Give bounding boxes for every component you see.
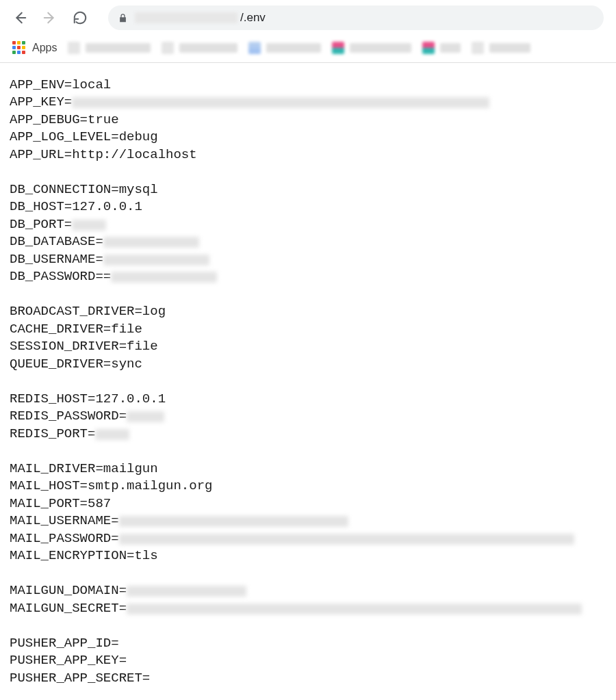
env-value: tls (134, 547, 157, 565)
env-value-redacted (127, 411, 164, 422)
env-value-redacted (111, 272, 217, 283)
blank-line (10, 286, 606, 304)
env-value: file (127, 338, 158, 356)
apps-grid-icon (12, 41, 25, 54)
forward-button[interactable] (42, 10, 57, 25)
env-key: DB_DATABASE= (10, 233, 103, 251)
env-line: MAIL_HOST=smtp.mailgun.org (10, 478, 606, 496)
bookmark-favicon (248, 42, 261, 54)
env-line: QUEUE_DRIVER=sync (10, 356, 606, 374)
env-line: APP_URL=http://localhost (10, 146, 606, 164)
env-file-content: APP_ENV=localAPP_KEY=APP_DEBUG=trueAPP_L… (0, 63, 616, 700)
env-value: 587 (88, 495, 111, 513)
bookmark-item[interactable] (68, 42, 151, 54)
env-key: REDIS_HOST= (10, 391, 95, 409)
env-line: REDIS_PORT= (10, 426, 606, 443)
env-value-redacted (72, 97, 489, 108)
env-line: CACHE_DRIVER=file (10, 321, 606, 339)
env-key: DB_PASSWORD= (10, 268, 103, 286)
env-line: BROADCAST_DRIVER=log (10, 304, 606, 322)
env-value: smtp.mailgun.org (88, 478, 212, 495)
bookmark-favicon (472, 42, 484, 54)
env-key: APP_URL= (10, 146, 72, 164)
env-key: MAIL_PASSWORD= (10, 530, 119, 548)
apps-label: Apps (32, 42, 57, 54)
bookmark-label-redacted (350, 43, 411, 53)
bookmark-label-redacted (179, 43, 238, 53)
bookmark-label-redacted (86, 43, 151, 53)
env-value-redacted (103, 237, 199, 248)
env-key: QUEUE_DRIVER= (10, 356, 111, 374)
env-value: file (111, 321, 142, 339)
env-value-redacted (119, 534, 574, 545)
env-value-redacted (119, 516, 348, 527)
url-text: /.env (135, 11, 266, 25)
env-value: mailgun (103, 461, 158, 478)
env-line: MAIL_ENCRYPTION=tls (10, 548, 606, 566)
browser-toolbar: /.env (0, 0, 616, 36)
env-line: MAIL_DRIVER=mailgun (10, 461, 606, 478)
env-value-redacted (72, 220, 106, 231)
bookmark-item[interactable] (422, 42, 461, 54)
env-value-redacted (95, 429, 129, 440)
env-key: MAIL_PORT= (10, 495, 88, 513)
env-value: log (142, 303, 166, 321)
env-value: 127.0.0.1 (72, 198, 142, 216)
bookmark-item[interactable] (248, 42, 321, 54)
env-key: PUSHER_APP_KEY= (10, 652, 127, 670)
env-key: DB_PORT= (10, 216, 72, 234)
env-key: PUSHER_APP_SECRET= (10, 670, 150, 688)
blank-line (10, 164, 606, 182)
blank-line (10, 374, 606, 391)
env-value: sync (111, 356, 142, 374)
reload-button[interactable] (73, 10, 88, 25)
bookmark-label-redacted (489, 43, 530, 53)
lock-icon (118, 13, 128, 23)
env-key: APP_LOG_LEVEL= (10, 129, 119, 146)
env-key: APP_KEY= (10, 94, 72, 112)
env-line: DB_PASSWORD== (10, 269, 606, 287)
env-key: PUSHER_APP_ID= (10, 635, 119, 653)
blank-line (10, 443, 606, 461)
env-value: = (103, 268, 111, 286)
env-line: DB_PORT= (10, 216, 606, 234)
blank-line (10, 618, 606, 636)
env-line: PUSHER_APP_SECRET= (10, 670, 606, 688)
env-key: DB_CONNECTION= (10, 181, 119, 199)
url-path: /.env (240, 11, 266, 25)
env-key: MAIL_DRIVER= (10, 461, 103, 478)
env-value: http://localhost (72, 146, 196, 164)
env-value-redacted (103, 255, 209, 265)
bookmark-item[interactable] (162, 42, 238, 54)
env-key: APP_DEBUG= (10, 112, 88, 129)
env-line: DB_CONNECTION=mysql (10, 181, 606, 199)
bookmark-favicon (68, 42, 80, 54)
env-key: DB_HOST= (10, 198, 72, 216)
env-value: debug (119, 129, 158, 146)
env-line: REDIS_HOST=127.0.0.1 (10, 391, 606, 409)
env-line: PUSHER_APP_ID= (10, 635, 606, 653)
env-line: DB_USERNAME= (10, 251, 606, 269)
env-line: MAIL_PASSWORD= (10, 530, 606, 548)
env-key: SESSION_DRIVER= (10, 338, 127, 356)
env-key: BROADCAST_DRIVER= (10, 303, 142, 321)
bookmark-favicon (332, 42, 344, 54)
apps-shortcut[interactable]: Apps (12, 41, 57, 54)
env-key: REDIS_PASSWORD= (10, 408, 127, 426)
env-key: DB_USERNAME= (10, 251, 103, 269)
address-bar[interactable]: /.env (108, 5, 604, 30)
env-line: APP_DEBUG=true (10, 112, 606, 129)
env-value: local (72, 77, 111, 94)
bookmark-item[interactable] (472, 42, 530, 54)
env-key: CACHE_DRIVER= (10, 321, 111, 339)
env-line: REDIS_PASSWORD= (10, 409, 606, 426)
bookmark-label-redacted (440, 43, 461, 53)
env-value-redacted (127, 604, 582, 614)
env-key: MAILGUN_SECRET= (10, 600, 127, 618)
env-line: PUSHER_APP_KEY= (10, 653, 606, 671)
env-key: MAIL_USERNAME= (10, 513, 119, 530)
env-value: mysql (119, 181, 158, 199)
env-line: APP_KEY= (10, 94, 606, 112)
bookmark-item[interactable] (332, 42, 411, 54)
back-button[interactable] (12, 10, 27, 25)
